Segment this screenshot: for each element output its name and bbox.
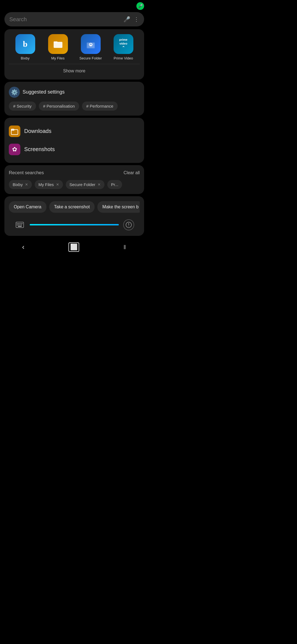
screenshots-icon: ✿ <box>9 144 20 155</box>
bixby-label: Bixby <box>21 56 30 61</box>
downloads-icon <box>9 125 20 137</box>
recent-tag-primevideo[interactable]: Pr... <box>107 180 122 189</box>
recents-button[interactable]: ⦀ <box>123 244 127 251</box>
close-icon[interactable]: ✕ <box>98 182 101 187</box>
home-button[interactable]: ⬜ <box>68 242 79 252</box>
svg-rect-11 <box>20 223 20 224</box>
app-item-primevideo[interactable]: primevideo⌃ Prime Video <box>111 34 136 61</box>
svg-rect-17 <box>21 225 22 225</box>
app-item-myfiles[interactable]: My Files <box>46 34 70 61</box>
home-indicator <box>30 224 119 225</box>
close-icon[interactable]: ✕ <box>56 182 59 187</box>
quick-actions-buttons: Open Camera Take a screenshot Make the s… <box>9 201 140 213</box>
make-screen-bright-button[interactable]: Make the screen b <box>97 201 140 213</box>
recent-tag-securefolder[interactable]: Secure Folder ✕ <box>66 180 105 189</box>
folders-card: Downloads ✿ Screenshots <box>4 118 144 163</box>
securefolder-icon <box>81 34 101 54</box>
gear-icon: ⚙️ <box>9 87 20 98</box>
svg-marker-20 <box>128 223 129 225</box>
downloads-label: Downloads <box>24 128 51 134</box>
svg-marker-21 <box>128 225 129 227</box>
show-more-button[interactable]: Show more <box>9 67 140 75</box>
tag-security[interactable]: # Security <box>9 102 36 111</box>
recent-tag-label: Pr... <box>111 182 119 187</box>
app-item-bixby[interactable]: b Bixby <box>13 34 38 61</box>
recent-tag-label: Bixby <box>13 182 23 187</box>
myfiles-label: My Files <box>51 56 64 61</box>
more-icon[interactable]: ⋮ <box>134 16 139 23</box>
mic-icon[interactable]: 🎤 <box>123 16 130 23</box>
svg-rect-10 <box>18 223 19 224</box>
svg-rect-1 <box>54 41 57 43</box>
bottom-bar <box>9 217 140 233</box>
primevideo-icon: primevideo⌃ <box>114 34 133 54</box>
folder-item-downloads[interactable]: Downloads <box>9 123 140 140</box>
screenshots-label: Screenshots <box>24 146 55 152</box>
recent-tag-label: My Files <box>38 182 54 187</box>
securefolder-label: Secure Folder <box>79 56 102 61</box>
recent-tags-row: Bixby ✕ My Files ✕ Secure Folder ✕ Pr... <box>9 180 140 189</box>
svg-rect-12 <box>21 223 22 224</box>
recent-tag-label: Secure Folder <box>70 182 95 187</box>
svg-rect-9 <box>17 223 18 224</box>
mic-active-indicator: 🎤 <box>136 2 144 10</box>
recent-searches-title: Recent searches <box>9 170 44 176</box>
suggested-tags-row: # Security # Personalisation # Performan… <box>9 102 140 111</box>
svg-rect-16 <box>20 225 20 225</box>
svg-rect-18 <box>18 226 22 227</box>
quick-actions-card: Open Camera Take a screenshot Make the s… <box>4 196 144 236</box>
suggested-title: Suggested settings <box>23 89 65 95</box>
recent-searches-card: Recent searches Clear all Bixby ✕ My Fil… <box>4 165 144 194</box>
app-item-securefolder[interactable]: Secure Folder <box>78 34 103 61</box>
svg-rect-13 <box>22 223 23 224</box>
svg-rect-15 <box>18 225 19 225</box>
search-bar[interactable]: 🎤 ⋮ <box>4 12 144 26</box>
compass-icon[interactable] <box>123 219 134 230</box>
recent-searches-header: Recent searches Clear all <box>9 170 140 176</box>
apps-grid: b Bixby My Files <box>9 34 140 61</box>
take-screenshot-button[interactable]: Take a screenshot <box>49 201 95 213</box>
close-icon[interactable]: ✕ <box>25 182 28 187</box>
back-button[interactable]: ‹ <box>22 243 24 251</box>
suggested-header: ⚙️ Suggested settings <box>9 87 140 98</box>
apps-card: b Bixby My Files <box>4 29 144 80</box>
svg-rect-14 <box>17 225 18 225</box>
clear-all-button[interactable]: Clear all <box>123 170 140 175</box>
keyboard-icon[interactable] <box>14 219 25 230</box>
status-bar: 🎤 <box>0 0 148 11</box>
recent-tag-myfiles[interactable]: My Files ✕ <box>35 180 63 189</box>
tag-performance[interactable]: # Performance <box>82 102 118 111</box>
folder-item-screenshots[interactable]: ✿ Screenshots <box>9 141 140 158</box>
svg-rect-5 <box>90 45 91 46</box>
search-input[interactable] <box>9 16 121 23</box>
search-bar-icons: 🎤 ⋮ <box>123 16 139 23</box>
primevideo-label: Prime Video <box>114 56 133 61</box>
myfiles-icon <box>48 34 68 54</box>
navigation-bar: ‹ ⬜ ⦀ <box>0 238 148 257</box>
bixby-icon: b <box>15 34 35 54</box>
divider <box>9 64 140 64</box>
tag-personalisation[interactable]: # Personalisation <box>39 102 79 111</box>
suggested-settings-card: ⚙️ Suggested settings # Security # Perso… <box>4 82 144 116</box>
recent-tag-bixby[interactable]: Bixby ✕ <box>9 180 32 189</box>
open-camera-button[interactable]: Open Camera <box>9 201 46 213</box>
